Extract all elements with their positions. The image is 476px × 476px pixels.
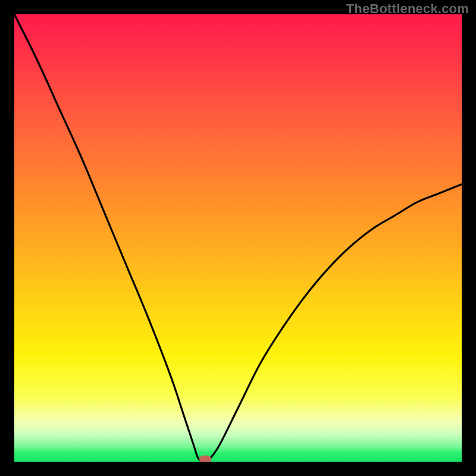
chart-frame: TheBottleneck.com — [0, 0, 476, 476]
plot-area — [14, 14, 462, 462]
optimal-marker — [199, 456, 211, 462]
bottleneck-curve — [14, 14, 462, 462]
